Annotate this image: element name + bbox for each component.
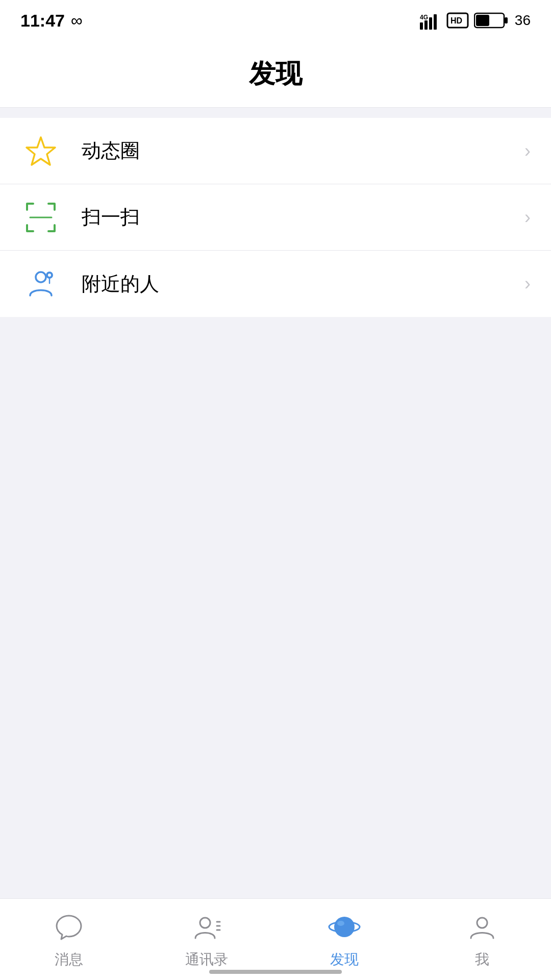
empty-area bbox=[0, 317, 551, 898]
svg-rect-3 bbox=[429, 17, 432, 30]
messages-tab-icon bbox=[51, 909, 87, 945]
status-icons: 4G HD 36 bbox=[419, 9, 531, 32]
page-header: 发现 bbox=[0, 41, 551, 108]
tab-item-messages[interactable]: 消息 bbox=[0, 909, 138, 969]
status-time: 11:47 bbox=[20, 11, 65, 31]
scan-label: 扫一扫 bbox=[82, 204, 524, 230]
nearby-label: 附近的人 bbox=[82, 271, 524, 297]
moments-arrow: › bbox=[524, 140, 531, 162]
messages-tab-label: 消息 bbox=[55, 950, 83, 969]
moments-label: 动态圈 bbox=[82, 138, 524, 164]
status-bar: 11:47 ∞ 4G HD 36 bbox=[0, 0, 551, 41]
me-tab-icon bbox=[464, 909, 500, 945]
menu-item-moments[interactable]: 动态圈 › bbox=[0, 118, 551, 184]
menu-item-nearby[interactable]: 附近的人 › bbox=[0, 251, 551, 317]
tab-item-contacts[interactable]: 通讯录 bbox=[138, 909, 276, 969]
svg-rect-1 bbox=[420, 22, 423, 30]
main-content: 发现 动态圈 › bbox=[0, 41, 551, 898]
svg-marker-10 bbox=[27, 137, 55, 165]
svg-text:HD: HD bbox=[450, 16, 462, 25]
svg-point-19 bbox=[334, 917, 355, 937]
contacts-tab-icon bbox=[189, 909, 224, 945]
tab-item-me[interactable]: 我 bbox=[413, 909, 551, 969]
page-title: 发现 bbox=[249, 59, 302, 88]
discover-tab-icon bbox=[327, 909, 362, 945]
battery-level: 36 bbox=[515, 12, 531, 29]
contacts-tab-label: 通讯录 bbox=[185, 950, 228, 969]
svg-rect-2 bbox=[424, 20, 428, 30]
svg-text:4G: 4G bbox=[420, 14, 428, 21]
scan-icon bbox=[20, 197, 61, 238]
nearby-icon bbox=[20, 263, 61, 304]
signal-icon: 4G bbox=[419, 9, 441, 32]
menu-list: 动态圈 › 扫一扫 › bbox=[0, 118, 551, 317]
svg-rect-4 bbox=[434, 14, 437, 30]
svg-point-22 bbox=[477, 918, 487, 928]
moments-icon bbox=[20, 131, 61, 172]
me-tab-label: 我 bbox=[475, 950, 489, 969]
scan-arrow: › bbox=[524, 207, 531, 228]
svg-point-14 bbox=[48, 274, 51, 277]
svg-rect-8 bbox=[505, 17, 508, 23]
svg-point-12 bbox=[36, 272, 46, 282]
hd-icon: HD bbox=[446, 9, 469, 32]
tab-bar: 消息 通讯录 发现 bbox=[0, 898, 551, 980]
home-indicator bbox=[209, 970, 342, 974]
svg-point-15 bbox=[200, 918, 210, 928]
svg-rect-9 bbox=[476, 15, 489, 26]
infinity-icon: ∞ bbox=[71, 11, 83, 30]
svg-point-21 bbox=[337, 921, 344, 926]
discover-tab-label: 发现 bbox=[330, 950, 359, 969]
tab-item-discover[interactable]: 发现 bbox=[276, 909, 413, 969]
battery-icon bbox=[474, 11, 510, 30]
menu-item-scan[interactable]: 扫一扫 › bbox=[0, 184, 551, 251]
nearby-arrow: › bbox=[524, 273, 531, 295]
